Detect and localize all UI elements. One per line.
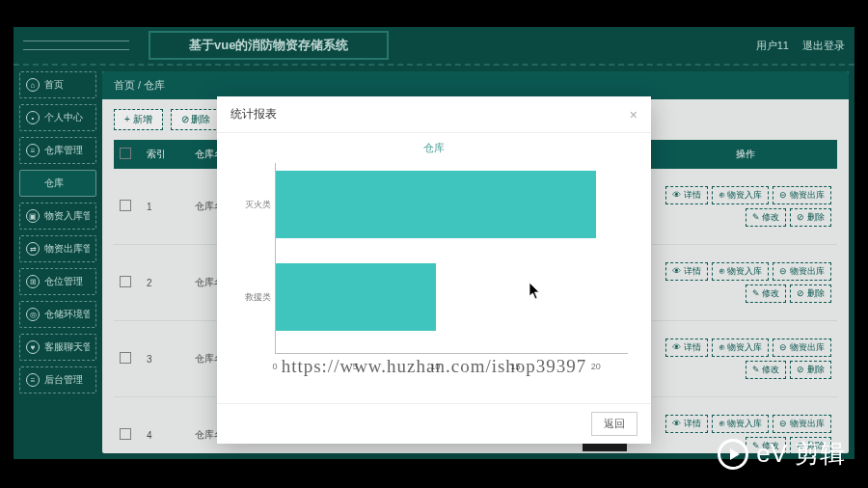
chart-bar (276, 263, 436, 331)
x-axis-label: 5 (353, 362, 358, 371)
chart-bar (276, 171, 596, 238)
plot-area (275, 163, 628, 354)
y-axis-label: 救援类 (231, 291, 271, 304)
back-button[interactable]: 返回 (591, 412, 637, 436)
close-icon[interactable]: × (630, 107, 637, 122)
x-axis-label: 10 (430, 362, 440, 371)
modal-body: 仓库 灭火类救援类05101520 (217, 133, 651, 403)
y-axis-label: 灭火类 (231, 199, 271, 211)
stats-modal: 统计报表 × 仓库 灭火类救援类05101520 返回 (217, 96, 651, 444)
chart-title: 仓库 (231, 141, 637, 155)
modal-header: 统计报表 × (217, 96, 651, 133)
x-axis-label: 15 (511, 362, 521, 371)
bar-chart: 灭火类救援类05101520 (231, 163, 637, 375)
modal-footer: 返回 (217, 403, 651, 444)
x-axis-label: 20 (591, 362, 601, 371)
x-axis-label: 0 (272, 362, 277, 371)
modal-title: 统计报表 (231, 106, 277, 122)
